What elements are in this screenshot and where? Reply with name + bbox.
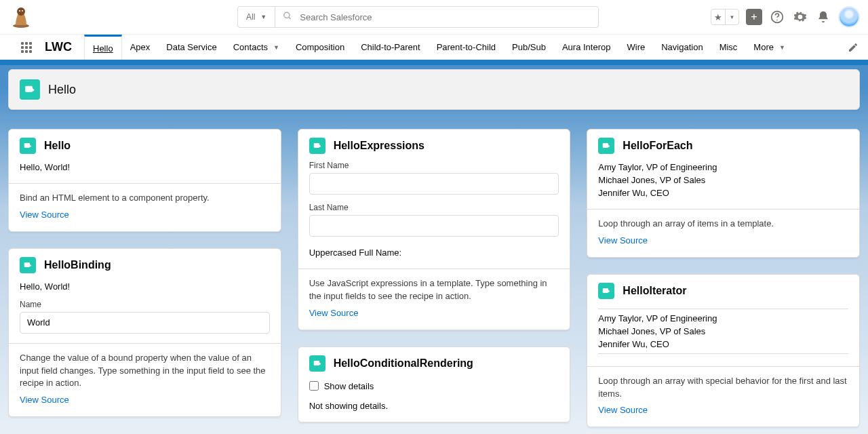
list-item: Amy Taylor, VP of Engineering	[598, 161, 848, 174]
page-title: Hello	[48, 83, 76, 97]
name-input[interactable]	[20, 312, 270, 334]
hello-output: Hello, World!	[20, 162, 270, 172]
component-icon	[20, 138, 36, 154]
tab-label: Data Service	[166, 42, 216, 52]
tab-contacts[interactable]: Contacts▼	[225, 35, 288, 60]
svg-point-7	[776, 20, 778, 21]
tab-label: Wire	[627, 42, 645, 52]
component-icon	[309, 355, 326, 372]
list-item: Jennifer Wu, CEO	[598, 186, 848, 199]
tab-hello[interactable]: Hello	[84, 35, 122, 60]
global-search: All ▼	[237, 6, 599, 28]
tab-misc[interactable]: Misc	[711, 35, 746, 60]
last-name-input[interactable]	[309, 215, 559, 237]
card-hellobinding: HelloBinding Hello, World! Name Change t…	[8, 248, 281, 417]
notifications-bell-icon[interactable]	[815, 9, 831, 25]
card-title: HelloForEach	[623, 140, 692, 152]
card-description: Bind an HTML element to a component prop…	[20, 193, 210, 203]
card-title: HelloBinding	[44, 259, 111, 271]
tab-label: Parent-to-Child	[437, 42, 496, 52]
card-hello: Hello Hello, World! Bind an HTML element…	[8, 129, 281, 232]
chevron-down-icon: ▼	[725, 9, 738, 24]
card-title: HelloIterator	[623, 285, 686, 297]
card-title: Hello	[44, 140, 71, 152]
view-source-link[interactable]: View Source	[598, 404, 648, 417]
name-label: Name	[20, 300, 270, 309]
tab-child-to-parent[interactable]: Child-to-Parent	[353, 35, 428, 60]
svg-point-1	[17, 7, 25, 16]
tab-wire[interactable]: Wire	[618, 35, 653, 60]
search-input[interactable]	[275, 6, 599, 28]
tab-label: More	[753, 42, 774, 52]
tab-label: Pub/Sub	[512, 42, 546, 52]
tab-label: Hello	[93, 43, 113, 54]
view-source-link[interactable]: View Source	[309, 307, 359, 320]
component-icon	[598, 138, 614, 154]
card-description: Use JavaScript expressions in a template…	[309, 278, 547, 301]
component-icon	[20, 79, 40, 100]
search-icon	[283, 12, 292, 23]
search-scope-label: All	[246, 12, 255, 22]
list-item: Michael Jones, VP of Sales	[598, 174, 848, 186]
tab-label: Aura Interop	[562, 42, 611, 52]
setup-gear-icon[interactable]	[792, 9, 808, 25]
card-description: Loop through an array with special behav…	[598, 376, 846, 399]
favorites-button[interactable]: ★ ▼	[711, 9, 739, 25]
card-helloforeach: HelloForEach Amy Taylor, VP of Engineeri…	[587, 129, 860, 258]
card-helloiterator: HelloIterator Amy Taylor, VP of Engineer…	[587, 274, 860, 428]
card-description: Loop through an array of items in a temp…	[598, 218, 774, 229]
list-item: Amy Taylor, VP of Engineering	[598, 312, 848, 325]
list-item: Jennifer Wu, CEO	[598, 338, 848, 351]
tab-apex[interactable]: Apex	[122, 35, 159, 60]
view-source-link[interactable]: View Source	[20, 394, 69, 407]
chevron-down-icon: ▼	[260, 14, 267, 20]
page-header: Hello	[8, 69, 860, 110]
header-actions: ★ ▼ +	[711, 6, 860, 28]
edit-nav-pencil-icon[interactable]	[848, 35, 861, 60]
first-name-input[interactable]	[309, 173, 559, 195]
tab-label: Child-to-Parent	[361, 42, 420, 52]
tab-data-service[interactable]: Data Service	[158, 35, 224, 60]
chevron-down-icon: ▼	[273, 44, 279, 51]
show-details-checkbox[interactable]	[309, 381, 319, 391]
app-nav-bar: LWC HelloApexData ServiceContacts▼Compos…	[0, 34, 868, 60]
uppercase-result-label: Uppercased Full Name:	[309, 248, 559, 258]
card-helloconditional: HelloConditionalRendering Show details N…	[298, 347, 571, 422]
org-logo[interactable]	[8, 4, 34, 30]
tab-more[interactable]: More▼	[745, 35, 793, 60]
page-body: Hello Hello Hello, World! Bind an HTML e…	[0, 60, 868, 434]
tab-parent-to-child[interactable]: Parent-to-Child	[429, 35, 504, 60]
binding-output: Hello, World!	[20, 281, 270, 292]
component-icon	[309, 138, 326, 154]
card-title: HelloConditionalRendering	[334, 357, 473, 370]
tab-pub-sub[interactable]: Pub/Sub	[504, 35, 554, 60]
global-header: All ▼ ★ ▼ +	[0, 0, 868, 34]
component-icon	[20, 257, 36, 273]
svg-point-2	[19, 10, 20, 12]
card-title: HelloExpressions	[334, 140, 425, 152]
svg-line-5	[289, 17, 291, 19]
help-icon[interactable]	[769, 9, 785, 25]
card-helloexpressions: HelloExpressions First Name Last Name Up…	[298, 129, 571, 330]
user-avatar[interactable]	[838, 6, 860, 28]
app-launcher-icon[interactable]	[15, 35, 38, 60]
tab-navigation[interactable]: Navigation	[653, 35, 711, 60]
svg-point-4	[284, 12, 290, 18]
tab-label: Apex	[130, 42, 151, 52]
tab-composition[interactable]: Composition	[288, 35, 353, 60]
tab-label: Contacts	[233, 42, 268, 52]
component-icon	[598, 283, 614, 299]
tab-aura-interop[interactable]: Aura Interop	[554, 35, 619, 60]
card-description: Change the value of a bound property whe…	[20, 353, 266, 389]
list-item: Michael Jones, VP of Sales	[598, 325, 848, 338]
chevron-down-icon: ▼	[779, 44, 785, 51]
show-details-label: Show details	[324, 381, 374, 391]
tab-label: Navigation	[661, 42, 703, 52]
view-source-link[interactable]: View Source	[598, 235, 648, 248]
star-icon: ★	[711, 9, 725, 24]
svg-point-3	[22, 10, 23, 12]
view-source-link[interactable]: View Source	[20, 209, 69, 222]
global-add-button[interactable]: +	[746, 9, 762, 25]
search-scope-button[interactable]: All ▼	[237, 6, 275, 28]
tab-label: Composition	[296, 42, 344, 52]
